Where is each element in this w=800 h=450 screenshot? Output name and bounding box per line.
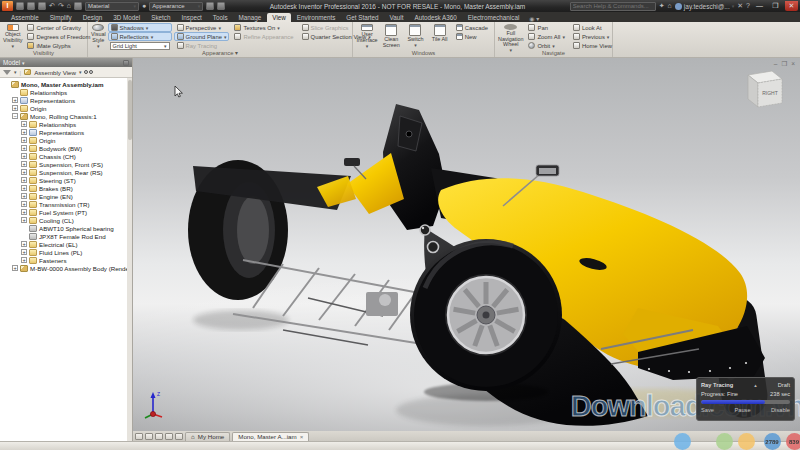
ray-tracing-pause-button[interactable]: Pause	[734, 407, 750, 413]
redo-icon[interactable]: ↷	[58, 1, 64, 11]
tab-3d-model[interactable]: 3D Model	[108, 13, 145, 22]
clean-screen-button[interactable]: Clean Screen	[380, 23, 402, 49]
tree-item[interactable]: JPX8T Female Rod End	[0, 232, 132, 240]
textures-on-button[interactable]: Textures On ▾	[231, 23, 296, 32]
ray-tracing-disable-button[interactable]: Disable	[771, 407, 790, 413]
docbar-icon[interactable]	[145, 433, 153, 440]
reflections-button[interactable]: Reflections ▾	[108, 32, 172, 41]
tab-my-home[interactable]: ⌂ My Home	[185, 432, 230, 441]
tab-sketch[interactable]: Sketch	[146, 13, 175, 22]
3d-viewport-canvas[interactable]: – ❐ × RIGHT Z Download.com.vn	[133, 58, 800, 431]
ray-tracing-collapse-icon[interactable]: ▴	[754, 382, 757, 388]
expand-plus-icon[interactable]: +	[21, 129, 27, 135]
collapse-minus-icon[interactable]: −	[12, 113, 18, 119]
adjust-icon[interactable]	[206, 2, 214, 10]
perspective-button[interactable]: Perspective ▾	[174, 23, 230, 32]
tree-item[interactable]: +Engine (EN)	[0, 192, 132, 200]
tree-item[interactable]: +Fluid Lines (PL)	[0, 248, 132, 256]
select-icon[interactable]	[74, 2, 82, 10]
measure-icon[interactable]	[217, 2, 225, 10]
tab-manage[interactable]: Manage	[234, 13, 267, 22]
tree-item[interactable]: +Fasteners	[0, 256, 132, 264]
view-mode-value[interactable]: Assembly View	[34, 69, 76, 76]
expand-plus-icon[interactable]: +	[21, 145, 27, 151]
find-binoculars-icon[interactable]	[84, 70, 93, 74]
ray-tracing-quality[interactable]: Draft	[778, 382, 790, 388]
tree-item[interactable]: +Electrical (EL)	[0, 240, 132, 248]
save-icon[interactable]	[38, 2, 46, 10]
zoom-all-button[interactable]: Zoom All ▾	[525, 32, 567, 41]
tree-item[interactable]: +Cooling (CL)	[0, 216, 132, 224]
restore-button[interactable]: ❐	[769, 1, 782, 11]
tree-item[interactable]: +M-BW-0000 Assembly Body (Render):1	[0, 264, 132, 272]
browser-scrollbar[interactable]	[127, 78, 132, 441]
cascade-button[interactable]: Cascade	[453, 23, 491, 32]
tree-item[interactable]: +Suspension, Rear (RS)	[0, 168, 132, 176]
material-dropdown[interactable]: Material ▾	[85, 2, 139, 11]
previous-view-button[interactable]: Previous ▾	[570, 32, 615, 41]
doc-restore-icon[interactable]: ❐	[781, 60, 787, 68]
close-doc-icon[interactable]: ×	[300, 433, 304, 440]
tab-autodesk-a360[interactable]: Autodesk A360	[409, 13, 461, 22]
tab-tools[interactable]: Tools	[208, 13, 233, 22]
tree-item[interactable]: +Origin	[0, 136, 132, 144]
tab-view[interactable]: View	[267, 13, 291, 22]
tree-item[interactable]: +Steering (ST)	[0, 176, 132, 184]
home-icon[interactable]: ⌂	[67, 1, 71, 11]
tab-document[interactable]: Mono, Master A...iam ×	[232, 432, 309, 441]
tree-item[interactable]: Mono, Master Assembly.iam	[0, 80, 132, 88]
docbar-icon[interactable]	[135, 433, 143, 440]
expand-plus-icon[interactable]: +	[21, 193, 27, 199]
user-account-menu[interactable]: jay.tedeschi@... ▾	[675, 3, 734, 10]
tab-vault[interactable]: Vault	[385, 13, 409, 22]
tree-item[interactable]: +Relationships	[0, 120, 132, 128]
tree-item[interactable]: +Transmission (TR)	[0, 200, 132, 208]
expand-plus-icon[interactable]: +	[21, 169, 27, 175]
appearance-sphere-icon[interactable]: ●	[142, 1, 146, 11]
tab-simplify[interactable]: Simplify	[45, 13, 77, 22]
help-icon[interactable]: ?	[746, 1, 750, 11]
expand-plus-icon[interactable]: +	[21, 241, 27, 247]
tree-item[interactable]: +Representations	[0, 96, 132, 104]
panel-options-icon[interactable]	[123, 60, 129, 66]
search-input[interactable]	[570, 2, 656, 11]
tab-design[interactable]: Design	[78, 13, 108, 22]
expand-plus-icon[interactable]: +	[21, 153, 27, 159]
sign-in-star-icon[interactable]: ✦	[659, 1, 665, 11]
expand-plus-icon[interactable]: +	[21, 137, 27, 143]
close-button[interactable]: ✕	[785, 1, 798, 11]
browser-header[interactable]: Model ▾	[0, 58, 132, 67]
full-navigation-wheel-button[interactable]: Full Navigation Wheel ▾	[498, 23, 523, 49]
switch-button[interactable]: Switch ▾	[404, 23, 426, 49]
doc-close-icon[interactable]: ×	[791, 60, 795, 68]
visual-style-button[interactable]: Visual Style ▾	[91, 23, 106, 49]
expand-plus-icon[interactable]: +	[21, 249, 27, 255]
undo-icon[interactable]: ↶	[49, 1, 55, 11]
expand-plus-icon[interactable]: +	[21, 161, 27, 167]
object-visibility-button[interactable]: Object Visibility ▾	[3, 23, 22, 49]
doc-minimize-icon[interactable]: –	[774, 60, 778, 68]
pan-button[interactable]: Pan	[525, 23, 567, 32]
expand-plus-icon[interactable]: +	[21, 185, 27, 191]
expand-plus-icon[interactable]: +	[21, 257, 27, 263]
viewcube[interactable]: RIGHT	[738, 68, 786, 116]
user-interface-button[interactable]: User Interface ▾	[356, 23, 378, 49]
expand-plus-icon[interactable]: +	[12, 97, 18, 103]
expand-plus-icon[interactable]: +	[12, 265, 18, 271]
a360-icon[interactable]: ✕	[737, 1, 743, 11]
tree-item[interactable]: −Mono, Rolling Chassis:1	[0, 112, 132, 120]
expand-plus-icon[interactable]: +	[21, 209, 27, 215]
ground-plane-button[interactable]: Ground Plane ▾	[174, 32, 230, 41]
display-options-eye-icon[interactable]: ◉ ▾	[529, 15, 539, 22]
tree-item[interactable]: Relationships	[0, 88, 132, 96]
tree-item[interactable]: ABWT10 Spherical bearing	[0, 224, 132, 232]
appearance-dropdown[interactable]: Appearance ▾	[149, 2, 203, 11]
expand-plus-icon[interactable]: +	[21, 121, 27, 127]
inventor-logo[interactable]: I	[2, 1, 13, 11]
expand-plus-icon[interactable]: +	[21, 201, 27, 207]
tree-item[interactable]: +Origin	[0, 104, 132, 112]
open-file-icon[interactable]	[27, 2, 35, 10]
degrees-of-freedom-button[interactable]: Degrees of Freedom	[24, 32, 93, 41]
tree-item[interactable]: +Brakes (BR)	[0, 184, 132, 192]
filter-funnel-icon[interactable]	[3, 70, 11, 75]
